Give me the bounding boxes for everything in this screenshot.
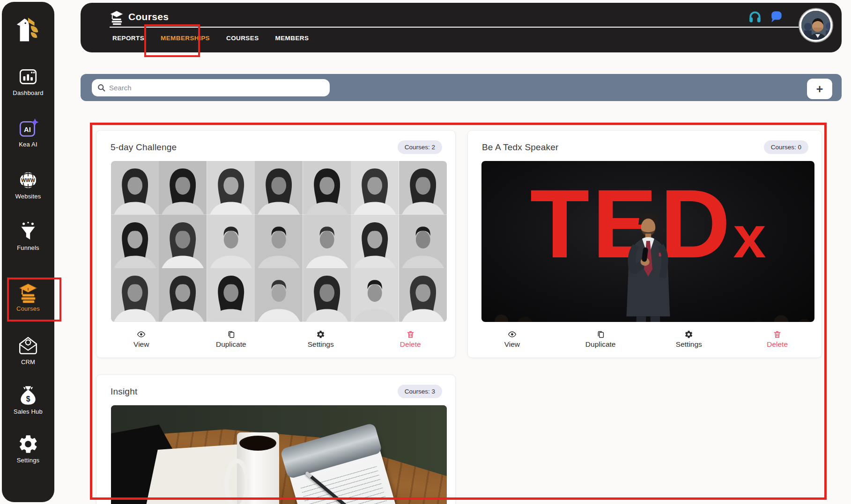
- support-headset-icon[interactable]: [748, 10, 762, 24]
- headshot-tile: [207, 268, 255, 322]
- headshot-tile: [303, 268, 351, 322]
- headshot-tile: [399, 161, 447, 215]
- sidebar-item-sales-hub[interactable]: $ Sales Hub: [2, 385, 54, 415]
- membership-card-tedx-speaker: Be A Tedx Speaker Courses: 0 TEDx: [467, 130, 822, 358]
- headshot-tile: [255, 161, 303, 215]
- sales-icon: $: [17, 385, 39, 406]
- tab-courses[interactable]: COURSES: [225, 33, 260, 44]
- svg-text:WWW: WWW: [21, 178, 35, 183]
- search-box: [92, 79, 330, 96]
- sidebar-item-label: Sales Hub: [2, 408, 54, 415]
- membership-cover-insight: [111, 405, 447, 504]
- sidebar-item-label: Dashboard: [2, 89, 54, 96]
- user-avatar[interactable]: [799, 9, 832, 42]
- headshot-tile: [399, 215, 447, 269]
- sidebar-item-label: Websites: [2, 193, 54, 200]
- headshot-tile: [399, 268, 447, 322]
- tab-members[interactable]: MEMBERS: [274, 33, 310, 44]
- headshot-tile: [111, 268, 159, 322]
- courses-count-badge: Courses: 0: [764, 140, 808, 154]
- sidebar-item-settings[interactable]: Settings: [2, 433, 54, 464]
- svg-text:$: $: [26, 395, 30, 403]
- sidebar: Dashboard AI Kea AI WWW Websites Funnels: [2, 2, 54, 502]
- card-actions: View Duplicate Settings Delete: [468, 330, 821, 349]
- settings-button[interactable]: Settings: [645, 330, 733, 349]
- duplicate-button[interactable]: Duplicate: [186, 330, 276, 349]
- eye-icon: [137, 330, 146, 339]
- sidebar-item-kea-ai[interactable]: AI Kea AI: [2, 117, 54, 148]
- kea-logo: [15, 16, 42, 43]
- gear-icon: [684, 330, 693, 339]
- headshot-tile: [111, 161, 159, 215]
- delete-button[interactable]: Delete: [366, 330, 456, 349]
- funnel-icon: [17, 221, 39, 242]
- audience-silhouettes: [481, 304, 814, 322]
- add-membership-button[interactable]: +: [807, 79, 832, 99]
- sidebar-item-websites[interactable]: WWW Websites: [2, 169, 54, 200]
- sidebar-item-crm[interactable]: CRM: [2, 335, 54, 365]
- search-input[interactable]: [109, 84, 324, 92]
- tab-reports[interactable]: REPORTS: [111, 33, 145, 44]
- duplicate-button[interactable]: Duplicate: [556, 330, 645, 349]
- settings-button[interactable]: Settings: [276, 330, 366, 349]
- headshot-tile: [159, 161, 207, 215]
- headshot-tile: [207, 215, 255, 269]
- headshot-tile: [303, 161, 351, 215]
- sidebar-item-label: Courses: [2, 305, 54, 312]
- globe-icon: WWW: [17, 169, 39, 191]
- headshot-tile: [111, 215, 159, 269]
- view-button[interactable]: View: [96, 330, 186, 349]
- card-title: Insight: [111, 387, 137, 397]
- membership-card-5-day-challenge: 5-day Challenge Courses: 2 View Duplicat…: [96, 130, 456, 358]
- sidebar-item-courses[interactable]: Courses: [2, 282, 54, 312]
- gear-icon: [316, 330, 325, 339]
- sidebar-item-funnels[interactable]: Funnels: [2, 221, 54, 251]
- eye-icon: [508, 330, 517, 339]
- headshot-tile: [351, 161, 399, 215]
- headshot-tile: [351, 268, 399, 322]
- tab-memberships[interactable]: MEMBERSHIPS: [160, 33, 211, 44]
- dashboard-icon: [17, 66, 39, 88]
- headshot-tile: [159, 215, 207, 269]
- ai-icon: AI: [17, 117, 39, 139]
- chat-bubble-icon[interactable]: [770, 10, 784, 23]
- courses-title-icon: [109, 9, 125, 25]
- membership-cover-headshot-grid: [111, 161, 447, 322]
- trash-icon: [406, 330, 415, 339]
- courses-icon: [17, 282, 39, 303]
- header-tabs: REPORTS MEMBERSHIPS COURSES MEMBERS: [111, 33, 310, 44]
- toolbar: +: [81, 74, 842, 101]
- sidebar-item-label: CRM: [2, 358, 54, 365]
- header-divider: [110, 27, 826, 28]
- settings-icon: [17, 433, 39, 455]
- membership-cover-tedx: TEDx: [481, 161, 814, 322]
- card-title: 5-day Challenge: [111, 142, 177, 153]
- membership-card-insight: Insight Courses: 3: [96, 374, 456, 504]
- card-title: Be A Tedx Speaker: [482, 142, 559, 153]
- delete-button[interactable]: Delete: [733, 330, 821, 349]
- sidebar-item-label: Funnels: [2, 244, 54, 251]
- sidebar-item-label: Settings: [2, 457, 54, 464]
- headshot-tile: [255, 215, 303, 269]
- view-button[interactable]: View: [468, 330, 556, 349]
- search-icon: [97, 84, 105, 92]
- header: Courses REPORTS MEMBERSHIPS COURSES MEMB…: [81, 3, 842, 52]
- headshot-tile: [303, 215, 351, 269]
- copy-icon: [227, 330, 236, 339]
- courses-count-badge: Courses: 2: [398, 140, 442, 154]
- page-title: Courses: [128, 11, 169, 22]
- headshot-tile: [207, 161, 255, 215]
- trash-icon: [773, 330, 782, 339]
- copy-icon: [596, 330, 605, 339]
- crm-icon: [17, 335, 39, 357]
- svg-text:AI: AI: [24, 126, 31, 133]
- headshot-tile: [351, 215, 399, 269]
- courses-count-badge: Courses: 3: [398, 385, 442, 398]
- card-actions: View Duplicate Settings Delete: [96, 330, 455, 349]
- headshot-tile: [159, 268, 207, 322]
- sidebar-item-label: Kea AI: [2, 141, 54, 148]
- sidebar-item-dashboard[interactable]: Dashboard: [2, 66, 54, 96]
- headshot-tile: [255, 268, 303, 322]
